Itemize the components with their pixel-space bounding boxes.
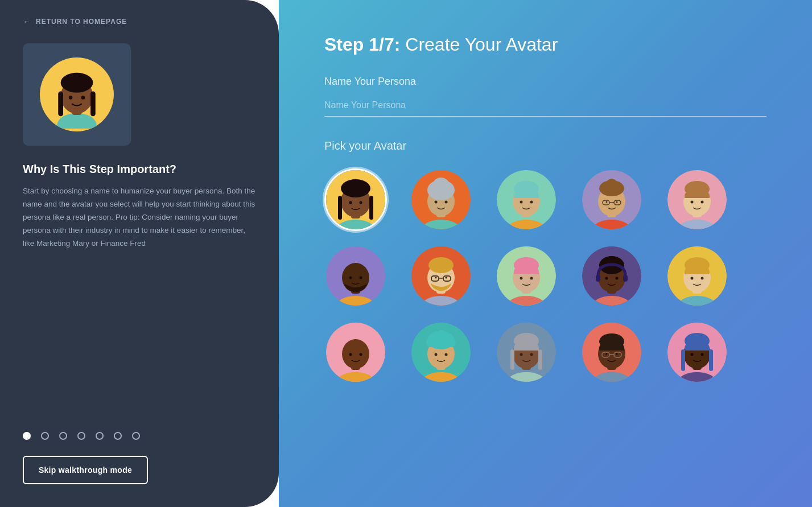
svg-point-50 [422, 296, 460, 307]
svg-point-15 [360, 201, 362, 204]
avatar-option-12[interactable] [410, 321, 472, 384]
svg-rect-5 [90, 92, 96, 117]
svg-point-29 [592, 220, 631, 231]
progress-dot-7[interactable] [132, 432, 140, 440]
svg-point-33 [606, 179, 617, 190]
svg-point-28 [530, 201, 533, 204]
arrow-left-icon: ← [23, 17, 31, 26]
why-title: Why Is This Step Important? [23, 163, 256, 176]
left-panel: ← RETURN TO HOMEPAGE [0, 0, 279, 507]
avatar-option-10[interactable] [666, 245, 728, 307]
svg-point-21 [435, 201, 438, 204]
progress-dot-4[interactable] [77, 432, 85, 440]
persona-name-input[interactable] [324, 94, 766, 117]
svg-rect-100 [538, 349, 542, 370]
progress-dot-1[interactable] [23, 432, 31, 440]
svg-point-118 [691, 353, 694, 356]
svg-point-82 [349, 353, 352, 356]
svg-point-95 [507, 372, 546, 384]
svg-point-3 [61, 73, 93, 93]
step-number: Step 1/7: [324, 34, 400, 55]
svg-point-11 [341, 179, 370, 197]
svg-rect-69 [596, 275, 600, 282]
avatar-option-6[interactable] [324, 245, 387, 307]
svg-point-22 [445, 201, 448, 204]
avatar-option-13[interactable] [495, 321, 558, 384]
svg-rect-12 [338, 196, 342, 220]
svg-point-6 [69, 96, 73, 100]
svg-point-57 [435, 277, 437, 279]
svg-point-37 [606, 201, 608, 203]
avatar-option-11[interactable] [324, 321, 387, 384]
svg-point-45 [336, 296, 375, 307]
progress-dot-5[interactable] [96, 432, 104, 440]
svg-point-72 [616, 277, 619, 280]
avatar-preview-box [23, 43, 131, 146]
svg-point-0 [57, 113, 97, 129]
avatar-option-15[interactable] [666, 321, 728, 384]
avatar-preview-svg [43, 60, 111, 129]
avatar-option-9[interactable] [580, 245, 643, 307]
return-label: RETURN TO HOMEPAGE [36, 18, 127, 26]
svg-point-102 [530, 353, 533, 356]
svg-point-119 [701, 353, 704, 356]
avatar-option-4[interactable] [580, 168, 643, 231]
svg-point-48 [349, 277, 352, 279]
svg-point-65 [592, 296, 631, 307]
svg-point-59 [507, 296, 546, 307]
svg-point-94 [445, 353, 448, 356]
svg-point-38 [616, 201, 618, 203]
avatar-option-2[interactable] [410, 168, 472, 231]
svg-point-103 [592, 372, 631, 384]
svg-point-49 [360, 277, 362, 279]
svg-point-44 [701, 201, 704, 204]
avatar-option-5[interactable] [666, 168, 728, 231]
svg-point-77 [691, 277, 694, 280]
progress-dot-3[interactable] [59, 432, 67, 440]
svg-point-79 [336, 372, 375, 384]
svg-point-84 [422, 372, 460, 384]
svg-point-20 [433, 178, 449, 191]
avatar-grid [324, 168, 766, 384]
svg-point-111 [616, 353, 618, 355]
progress-dots [23, 432, 256, 440]
svg-rect-99 [510, 349, 514, 370]
svg-point-53 [428, 257, 454, 273]
svg-rect-4 [58, 92, 63, 117]
progress-dot-6[interactable] [114, 432, 122, 440]
svg-rect-116 [681, 349, 685, 371]
avatar-preview-circle [40, 57, 114, 131]
svg-point-92 [436, 330, 446, 340]
pick-avatar-label: Pick your Avatar [324, 139, 766, 152]
svg-point-81 [342, 339, 369, 369]
avatar-option-1[interactable] [324, 168, 387, 231]
skip-walkthrough-button[interactable]: Skip walkthrough mode [23, 456, 148, 484]
svg-point-58 [446, 277, 447, 279]
svg-point-110 [606, 353, 608, 355]
svg-point-83 [360, 353, 362, 356]
svg-point-63 [520, 277, 523, 280]
avatar-option-8[interactable] [495, 245, 558, 307]
svg-point-23 [507, 220, 546, 231]
right-panel: Step 1/7: Create Your Avatar Name Your P… [279, 0, 812, 507]
svg-point-93 [435, 353, 438, 356]
step-description: Create Your Avatar [405, 34, 558, 55]
step-title: Step 1/7: Create Your Avatar [324, 34, 766, 55]
svg-point-39 [678, 220, 716, 231]
svg-point-16 [422, 220, 460, 231]
svg-point-14 [349, 201, 352, 204]
why-text: Start by choosing a name to humanize you… [23, 185, 256, 250]
svg-point-64 [530, 277, 533, 280]
progress-dot-2[interactable] [41, 432, 49, 440]
persona-label: Name Your Persona [324, 76, 766, 88]
svg-rect-117 [709, 349, 713, 371]
svg-point-43 [691, 201, 694, 204]
svg-point-101 [520, 353, 523, 356]
svg-point-27 [520, 201, 523, 204]
avatar-option-7[interactable] [410, 245, 472, 307]
avatar-option-3[interactable] [495, 168, 558, 231]
svg-rect-13 [369, 196, 373, 220]
svg-rect-70 [623, 275, 628, 282]
avatar-option-14[interactable] [580, 321, 643, 384]
return-homepage-link[interactable]: ← RETURN TO HOMEPAGE [23, 17, 256, 26]
